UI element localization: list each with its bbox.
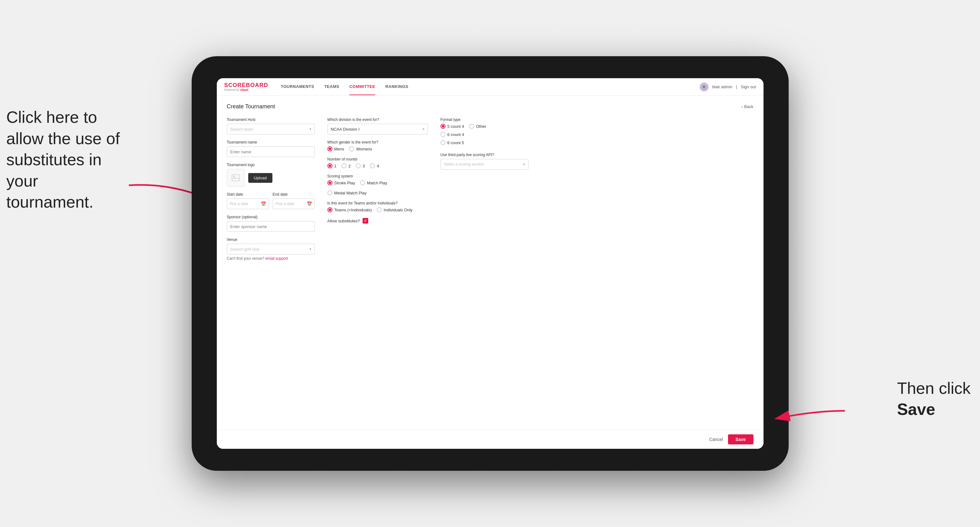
format-row-1: 5 count 4 Other (441, 124, 528, 129)
format-other[interactable]: Other (469, 124, 487, 129)
save-button[interactable]: Save (728, 434, 754, 444)
tournament-name-label: Tournament name (227, 140, 315, 144)
rounds-3-circle (356, 163, 361, 168)
sponsor-input[interactable] (227, 221, 315, 232)
gender-womens[interactable]: Womens (349, 146, 372, 151)
api-group: Use third-party live scoring API? Select… (441, 152, 528, 170)
cancel-button[interactable]: Cancel (709, 437, 723, 442)
scoring-match[interactable]: Match Play (360, 180, 387, 185)
substitutes-checkbox[interactable]: ✓ (363, 218, 368, 224)
calendar-icon-end: 📅 (307, 201, 312, 206)
svg-rect-1 (232, 175, 239, 181)
format-other-circle (469, 124, 474, 129)
scoring-stroke-circle (328, 180, 332, 185)
logo-upload-area: Upload (227, 169, 315, 187)
rounds-4[interactable]: 4 (370, 163, 379, 168)
division-select[interactable]: NCAA Division I ▾ (328, 124, 428, 135)
calendar-icon-start: 📅 (261, 201, 266, 206)
individuals-only[interactable]: Individuals Only (377, 207, 412, 212)
venue-input[interactable]: Search golf club ▾ (227, 244, 315, 254)
page-title: Create Tournament (227, 103, 275, 110)
nav-rankings[interactable]: RANKINGS (385, 78, 408, 95)
format-options: 5 count 4 Other 6 count 4 (441, 124, 528, 145)
scoring-match-circle (360, 180, 365, 185)
tournament-name-input[interactable] (227, 146, 315, 157)
format-6count4-circle (441, 132, 445, 137)
gender-womens-circle (349, 146, 354, 151)
rounds-group: Number of rounds 1 2 (328, 157, 428, 168)
substitutes-area: Allow substitutes? ✓ (328, 218, 428, 224)
nav-tournaments[interactable]: TOURNAMENTS (281, 78, 314, 95)
form-col-1: Tournament Host Search team ▾ Tournament… (227, 117, 315, 266)
rounds-1[interactable]: 1 (328, 163, 337, 168)
division-group: Which division is the event for? NCAA Di… (328, 117, 428, 135)
upload-button[interactable]: Upload (248, 173, 272, 183)
end-date-group: End date Pick a date 📅 (273, 192, 315, 209)
substitutes-group: Allow substitutes? ✓ (328, 218, 428, 224)
tournament-name-group: Tournament name (227, 140, 315, 157)
form-col-2: Which division is the event for? NCAA Di… (328, 117, 428, 266)
tablet-frame: SCOREBOARD Powered by clippd TOURNAMENTS… (192, 56, 789, 471)
rounds-label: Number of rounds (328, 157, 428, 162)
teams-group: Is this event for Teams and/or Individua… (328, 201, 428, 212)
nav-separator: | (736, 84, 737, 89)
gender-group: Which gender is the event for? Mens Wome… (328, 140, 428, 151)
scoring-label: Scoring system (328, 174, 428, 178)
start-date-input[interactable]: Pick a date 📅 (227, 198, 269, 209)
format-6count5-circle (441, 140, 445, 145)
rounds-2[interactable]: 2 (342, 163, 351, 168)
logo-scoreboard: SCOREBOARD (224, 82, 268, 88)
content-area: Create Tournament ‹ Back Tournament Host… (217, 96, 764, 430)
format-5count4[interactable]: 5 count 4 (441, 124, 465, 129)
nav-bar: SCOREBOARD Powered by clippd TOURNAMENTS… (217, 78, 764, 96)
teams-plus-individuals[interactable]: Teams (+Individuals) (328, 207, 372, 212)
back-button[interactable]: ‹ Back (741, 104, 753, 109)
gender-mens[interactable]: Mens (328, 146, 344, 151)
host-input[interactable]: Search team ▾ (227, 124, 315, 135)
logo-group: Tournament logo Upload (227, 163, 315, 187)
user-name: blair admin (712, 84, 732, 89)
scoring-medal-circle (328, 190, 332, 195)
rounds-3[interactable]: 3 (356, 163, 365, 168)
date-row: Start date Pick a date 📅 End date Pick a… (227, 192, 315, 209)
gender-label: Which gender is the event for? (328, 140, 428, 144)
nav-committee[interactable]: COMMITTEE (349, 78, 375, 95)
venue-help: Can't find your venue? email support (227, 256, 315, 261)
annotation-left: Click here toallow the use ofsubstitutes… (6, 107, 126, 213)
scoring-medal[interactable]: Medal Match Play (328, 190, 367, 195)
venue-link[interactable]: email support (266, 256, 288, 261)
sponsor-group: Sponsor (optional) (227, 215, 315, 232)
format-5count4-circle (441, 124, 445, 129)
sign-out-link[interactable]: Sign out (741, 84, 756, 89)
image-icon (231, 173, 240, 182)
start-date-label: Start date (227, 192, 269, 197)
api-label: Use third-party live scoring API? (441, 152, 528, 157)
logo-placeholder (227, 169, 245, 187)
host-label: Tournament Host (227, 117, 315, 122)
rounds-options: 1 2 3 (328, 163, 428, 168)
scoring-group: Scoring system Stroke Play Match Play (328, 174, 428, 195)
scoring-options: Stroke Play Match Play Medal Match Play (328, 180, 428, 195)
end-date-input[interactable]: Pick a date 📅 (273, 198, 315, 209)
format-6count5[interactable]: 6 count 5 (441, 140, 528, 145)
annotation-right: Then clickSave (897, 378, 970, 420)
venue-group: Venue Search golf club ▾ Can't find your… (227, 237, 315, 261)
nav-right: B blair admin | Sign out (700, 83, 756, 91)
gender-options: Mens Womens (328, 146, 428, 151)
nav-links: TOURNAMENTS TEAMS COMMITTEE RANKINGS (281, 78, 700, 95)
start-date-group: Start date Pick a date 📅 (227, 192, 269, 209)
format-6count4[interactable]: 6 count 4 (441, 132, 528, 137)
substitutes-label: Allow substitutes? (328, 219, 360, 223)
host-group: Tournament Host Search team ▾ (227, 117, 315, 135)
format-group: Format type 5 count 4 Other (441, 117, 528, 145)
form-col-3: Format type 5 count 4 Other (441, 117, 528, 266)
nav-teams[interactable]: TEAMS (324, 78, 339, 95)
logo-label: Tournament logo (227, 163, 315, 167)
scoring-stroke[interactable]: Stroke Play (328, 180, 355, 185)
screen: SCOREBOARD Powered by clippd TOURNAMENTS… (217, 78, 764, 449)
scoring-service-select[interactable]: Select a scoring service ▾ (441, 159, 528, 170)
rounds-2-circle (342, 163, 347, 168)
division-label: Which division is the event for? (328, 117, 428, 122)
svg-point-2 (233, 176, 235, 178)
gender-mens-circle (328, 146, 332, 151)
